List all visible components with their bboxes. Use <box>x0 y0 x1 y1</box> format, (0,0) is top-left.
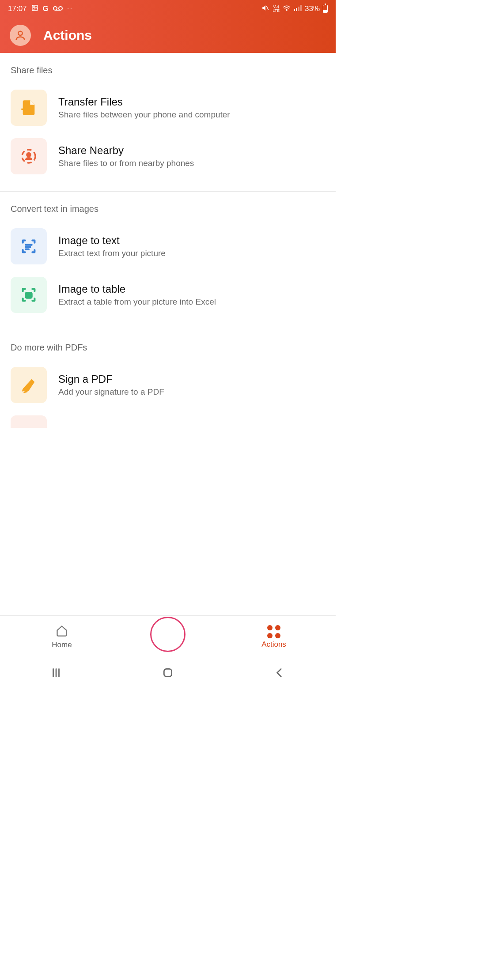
nav-home-label: Home <box>52 641 72 649</box>
action-transfer-files[interactable]: Transfer Files Share files between your … <box>0 83 336 132</box>
svg-point-2 <box>53 7 57 10</box>
section-convert-text: Convert text in images Image to text Ext… <box>0 192 336 330</box>
nav-home[interactable]: Home <box>26 625 97 649</box>
nav-actions-label: Actions <box>261 640 286 649</box>
status-right: Vo)LTE 33% <box>261 4 328 14</box>
svg-rect-23 <box>164 669 171 676</box>
app-header: Actions <box>0 18 336 53</box>
signal-icon <box>294 4 302 13</box>
profile-avatar[interactable] <box>10 25 31 46</box>
fab-add[interactable] <box>150 617 186 652</box>
svg-point-1 <box>33 6 34 8</box>
action-image-to-table[interactable]: Image to table Extract a table from your… <box>0 271 336 319</box>
battery-percent: 33% <box>305 4 320 13</box>
section-pdfs: Do more with PDFs Sign a PDF Add your si… <box>0 330 336 438</box>
plus-icon <box>160 626 175 643</box>
home-button[interactable] <box>162 667 174 680</box>
action-image-to-text[interactable]: Image to text Extract text from your pic… <box>0 222 336 271</box>
action-title: Sign a PDF <box>58 373 164 385</box>
svg-point-13 <box>27 153 30 157</box>
action-subtitle: Share files to or from nearby phones <box>58 158 194 168</box>
image-to-table-icon <box>11 277 47 313</box>
svg-point-11 <box>18 31 22 35</box>
mute-vibrate-icon <box>261 4 269 14</box>
action-title: Share Nearby <box>58 144 194 157</box>
svg-rect-10 <box>300 5 302 11</box>
back-button[interactable] <box>274 667 285 680</box>
svg-rect-7 <box>294 9 295 11</box>
status-left: 17:07 G ·· <box>8 4 73 14</box>
voicemail-icon <box>53 4 63 13</box>
action-title: Image to text <box>58 234 166 247</box>
sign-pdf-icon <box>11 367 47 403</box>
image-to-text-icon <box>11 228 47 264</box>
action-title: Transfer Files <box>58 96 230 108</box>
svg-line-5 <box>266 6 269 10</box>
next-action-partial[interactable] <box>11 415 47 428</box>
status-bar: 17:07 G ·· Vo)LTE 33% <box>0 0 336 18</box>
status-time: 17:07 <box>8 4 27 13</box>
wifi-icon <box>283 4 291 13</box>
share-nearby-icon <box>11 138 47 174</box>
recents-button[interactable] <box>50 667 62 680</box>
page-title: Actions <box>43 28 92 43</box>
svg-rect-17 <box>26 293 31 298</box>
action-share-nearby[interactable]: Share Nearby Share files to or from near… <box>0 132 336 181</box>
more-indicator-icon: ·· <box>67 4 73 13</box>
svg-point-3 <box>59 7 62 10</box>
transfer-files-icon <box>11 90 47 126</box>
section-share-files: Share files Transfer Files Share files b… <box>0 53 336 192</box>
volte-icon: Vo)LTE <box>273 5 280 13</box>
bottom-nav: Home Actions <box>0 615 336 658</box>
action-sign-pdf[interactable]: Sign a PDF Add your signature to a PDF <box>0 361 336 409</box>
system-nav-bar <box>0 658 336 690</box>
gallery-icon <box>31 4 38 14</box>
google-icon: G <box>43 4 49 13</box>
section-title: Do more with PDFs <box>0 330 336 361</box>
battery-icon <box>323 5 328 13</box>
action-title: Image to table <box>58 283 216 295</box>
section-title: Share files <box>0 53 336 83</box>
nav-actions[interactable]: Actions <box>238 625 309 649</box>
action-subtitle: Share files between your phone and compu… <box>58 110 230 120</box>
content-scroll[interactable]: Share files Transfer Files Share files b… <box>0 53 336 615</box>
action-subtitle: Extract a table from your picture into E… <box>58 297 216 307</box>
action-subtitle: Extract text from your picture <box>58 249 166 258</box>
actions-icon <box>267 625 280 638</box>
svg-rect-9 <box>298 7 299 11</box>
svg-rect-8 <box>296 8 297 11</box>
home-icon <box>56 625 68 639</box>
action-subtitle: Add your signature to a PDF <box>58 387 164 397</box>
svg-point-6 <box>286 9 287 10</box>
section-title: Convert text in images <box>0 192 336 222</box>
